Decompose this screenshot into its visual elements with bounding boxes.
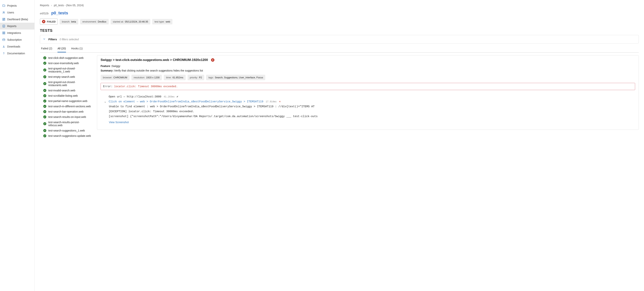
list-item-label: test-grayed-out-closed-restaurants.web <box>48 81 93 87</box>
page-title: p0_tests <box>51 11 68 16</box>
tab-all[interactable]: All (20) <box>58 47 66 52</box>
error-message: locator.click: Timeout 30000ms exceeded. <box>114 85 178 88</box>
log-text: Click on element — web > OrderFoodOnline… <box>109 100 264 103</box>
list-item[interactable]: test-search-results-on-input.web <box>41 114 94 120</box>
svg-rect-9 <box>3 33 4 34</box>
nav-projects[interactable]: Projects <box>0 2 34 9</box>
nav-label: Projects <box>7 4 17 7</box>
pass-icon <box>43 134 46 137</box>
svg-rect-3 <box>4 18 5 19</box>
integrations-icon <box>2 32 5 35</box>
nav-reports[interactable]: Reports <box>0 23 34 30</box>
view-screenshot-link[interactable]: View Screenshot <box>109 120 129 125</box>
list-item[interactable]: test-search-suggestions-update.web <box>41 133 94 139</box>
filters-count: 0 filters selected <box>60 38 79 41</box>
tab-failed[interactable]: Failed (2) <box>41 47 52 52</box>
summary-row: Summary :Verify that clicking outside th… <box>100 69 635 72</box>
meta-branch: branch: beta <box>60 19 78 25</box>
meta-priority: priority:P2 <box>188 75 204 80</box>
meta-value: P2 <box>199 76 202 79</box>
meta-environment: environment: DevBox <box>80 19 109 25</box>
meta-test-type: test type: web <box>152 19 172 25</box>
meta-label: environment: <box>82 20 96 23</box>
log-line: [screenshot] {"screenshotPath":"/Users/d… <box>104 114 635 119</box>
log-text: Unable to find element : web > OrderFood… <box>109 105 315 108</box>
pass-icon <box>43 75 46 78</box>
list-item[interactable]: test-partial-name-suggestion.web <box>41 98 94 104</box>
breadcrumb-root[interactable]: Reports <box>40 4 49 7</box>
fail-x-icon: ✕ <box>279 100 281 103</box>
folder-icon <box>2 4 5 7</box>
pass-icon <box>43 105 46 108</box>
error-box: Error: locator.click: Timeout 30000ms ex… <box>100 83 635 90</box>
status-badge-failed: FAILED <box>40 19 58 25</box>
list-item[interactable]: test-search-results-persist-refocus.web <box>41 120 94 128</box>
pass-icon <box>43 110 46 113</box>
list-item[interactable]: test-scrollable-listing.web <box>41 93 94 98</box>
pass-icon <box>43 94 46 97</box>
tab-hooks[interactable]: Hooks (1) <box>71 47 83 52</box>
feature-row: Feature :Swiggy <box>100 65 635 68</box>
tabs: Failed (2) All (20) Hooks (1) <box>40 45 639 53</box>
title-row: e6f32b p0_tests <box>40 11 639 16</box>
meta-value: DevBox <box>98 20 106 23</box>
meta-browser: browser:CHROMIUM <box>100 75 130 80</box>
fail-icon <box>211 58 214 62</box>
pass-icon <box>43 56 46 59</box>
list-item[interactable]: test-search-bar-operation.web <box>41 109 94 114</box>
svg-rect-2 <box>3 18 4 19</box>
list-item[interactable]: test-empty-search.web <box>41 74 94 80</box>
meta-label: priority: <box>190 76 198 79</box>
pass-icon <box>43 82 46 85</box>
list-item[interactable]: test-search-in-different-sections.web <box>41 104 94 109</box>
nav-users[interactable]: Users <box>0 9 34 16</box>
nav-subscription[interactable]: Subscription <box>0 36 34 43</box>
detail-title: Swiggy > test-click-outside-suggestions.… <box>100 58 208 62</box>
svg-rect-7 <box>3 32 4 33</box>
list-item[interactable]: test-grayed-out-closed-restaurants.web <box>41 80 94 88</box>
nav-documentation[interactable]: Documentation <box>0 50 34 57</box>
list-item[interactable]: test-search-suggestions_1.web <box>41 128 94 133</box>
log-text: [EXCEPTION] locator.click: Timeout 30000… <box>109 110 194 113</box>
chevron-down-icon: ⌄ <box>104 99 106 104</box>
filters-bar[interactable]: Filters 0 filters selected <box>40 35 639 44</box>
meta-label: started at: <box>113 20 124 23</box>
nav-label: Integrations <box>7 32 21 35</box>
meta-value: CHROMIUM <box>114 76 127 79</box>
list-item[interactable]: test-case-insensitivity.web <box>41 61 94 66</box>
log-line-expandable[interactable]: ⌄ Click on element — web > OrderFoodOnli… <box>104 99 635 104</box>
chevron-down-icon <box>43 38 46 41</box>
fail-icon <box>42 20 46 23</box>
log-line: [EXCEPTION] locator.click: Timeout 30000… <box>104 109 635 114</box>
pass-icon <box>43 129 46 132</box>
tests-heading: TESTS <box>40 28 639 33</box>
log-text: Open url — http://localhost:3000 <box>109 95 161 98</box>
list-item-label: test-case-insensitivity.web <box>48 62 79 65</box>
svg-point-12 <box>4 54 4 54</box>
meta-value: Search, Suggestions, User_Interface, Foc… <box>215 76 263 79</box>
meta-value: beta <box>71 20 76 23</box>
test-list: test-click-dish-suggestion.webtest-case-… <box>40 55 95 139</box>
list-item-label: test-invalid-search.web <box>48 89 75 92</box>
nav-integrations[interactable]: Integrations <box>0 30 34 36</box>
list-item-label: test-search-suggestions-update.web <box>48 134 91 137</box>
list-item-label: test-scrollable-listing.web <box>48 94 78 97</box>
main-content: Reports › p0_tests - (Nov 05, 2024) e6f3… <box>34 0 644 291</box>
users-icon <box>2 11 5 14</box>
check-icon: ✔ <box>176 95 178 98</box>
svg-rect-5 <box>3 20 4 21</box>
nav-downloads[interactable]: Downloads <box>0 43 34 50</box>
list-item[interactable]: test-invalid-search.web <box>41 88 94 93</box>
feature-label: Feature : <box>100 65 112 68</box>
svg-rect-11 <box>3 39 5 41</box>
pass-icon <box>43 115 46 118</box>
sidebar: Projects Users Dashboard (Beta) Reports … <box>0 0 34 291</box>
log-text: [screenshot] {"screenshotPath":"/Users/d… <box>109 115 318 118</box>
list-item-label: test-empty-search.web <box>48 75 75 78</box>
log-line: Unable to find element : web > OrderFood… <box>104 104 635 109</box>
nav-dashboard[interactable]: Dashboard (Beta) <box>0 16 34 23</box>
pass-icon <box>43 89 46 92</box>
list-item[interactable]: test-click-dish-suggestion.web <box>41 55 94 61</box>
meta-value: 05/11/2024, 20:46:35 <box>125 20 148 23</box>
list-item[interactable]: test-grayed-out-closed-restaurants_1.web <box>41 66 94 74</box>
